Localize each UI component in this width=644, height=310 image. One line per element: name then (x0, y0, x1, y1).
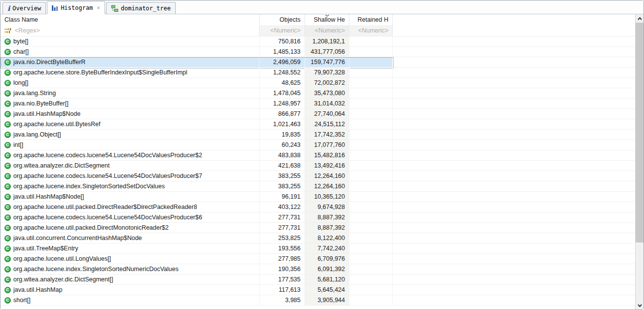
class-name-cell: java.util.HashMap (13, 286, 62, 293)
scrollbar-track[interactable] (636, 242, 644, 301)
scrollbar-thumb[interactable] (636, 23, 644, 242)
tab-overview[interactable]: i Overview (2, 2, 46, 14)
table-row[interactable]: C java.util.concurrent.ConcurrentHashMap… (0, 233, 635, 243)
shallow-heap-cell: 12,264,160 (314, 183, 345, 190)
class-name-cell: org.apache.lucene.codecs.lucene54.Lucene… (13, 172, 202, 179)
scrollbar-down-button[interactable] (636, 301, 644, 310)
table-row[interactable]: C byte[] 750,816 1,208,192,1 (0, 36, 635, 47)
class-name-cell: short[] (13, 297, 31, 304)
table-row[interactable]: C org.wltea.analyzer.dic.DictSegment 421… (0, 161, 635, 171)
class-name-cell: org.wltea.analyzer.dic.DictSegment[] (13, 276, 113, 283)
class-icon: C (4, 80, 11, 86)
objects-cell: 277,731 (278, 224, 301, 231)
class-name-cell: org.apache.lucene.util.BytesRef (13, 121, 101, 128)
shallow-heap-cell: 8,122,400 (317, 235, 345, 241)
table-row[interactable]: C org.apache.lucene.store.ByteBufferInde… (0, 68, 635, 78)
table-row[interactable]: C short[] 3,985 3,905,944 (0, 295, 635, 306)
shallow-heap-cell: 5,645,424 (317, 286, 345, 293)
objects-cell: 96,191 (282, 193, 301, 200)
tab-histogram[interactable]: Histogram ✕ (47, 1, 105, 14)
shallow-heap-cell: 13,492,416 (314, 162, 345, 169)
class-name-cell: org.apache.lucene.codecs.lucene54.Lucene… (13, 214, 202, 221)
table-row[interactable]: C org.apache.lucene.util.packed.DirectRe… (0, 202, 635, 212)
shallow-heap-cell: 1,208,192,1 (312, 38, 345, 45)
class-icon: C (4, 38, 11, 45)
header-filler (393, 14, 635, 25)
histogram-table: Class Name Objects Shallow He Retained H (0, 14, 635, 310)
table-row[interactable]: C java.util.HashMap$Node[] 96,191 10,365… (0, 192, 635, 202)
class-icon: C (4, 132, 11, 138)
tab-label: Overview (12, 5, 41, 12)
shallow-heap-cell: 6,709,976 (317, 255, 345, 262)
class-icon: C (4, 173, 11, 179)
class-name-cell: java.nio.DirectByteBufferR (13, 59, 85, 66)
filter-regex-input[interactable]: <Regex> (0, 25, 260, 36)
objects-cell: 1,485,133 (273, 48, 301, 55)
vertical-scrollbar[interactable] (635, 14, 644, 310)
table-row[interactable]: C char[] 1,485,133 431,777,056 (0, 47, 635, 57)
class-icon: C (4, 245, 11, 252)
class-name-cell: byte[] (13, 38, 29, 45)
class-icon: C (4, 69, 11, 76)
column-header-shallow-heap[interactable]: Shallow He (305, 14, 349, 25)
table-row[interactable]: C java.nio.ByteBuffer[] 1,248,957 31,014… (0, 99, 635, 109)
table-row[interactable]: C org.apache.lucene.util.packed.DirectMo… (0, 223, 635, 233)
shallow-heap-cell: 79,907,328 (314, 69, 345, 76)
class-name-cell: org.apache.lucene.index.SingletonSortedS… (13, 183, 165, 190)
class-icon: C (4, 204, 11, 210)
tab-bar: i Overview Histogram ✕ dom (0, 0, 644, 14)
histogram-window: i Overview Histogram ✕ dom (0, 0, 644, 310)
filter-objects-input[interactable]: <Numeric> (260, 25, 305, 36)
objects-cell: 403,122 (278, 204, 301, 210)
class-icon: C (4, 266, 11, 273)
close-icon[interactable]: ✕ (97, 4, 100, 11)
table-row[interactable]: C java.util.TreeMap$Entry 193,556 7,742,… (0, 243, 635, 254)
class-icon: C (4, 297, 11, 304)
table-row[interactable]: C java.nio.DirectByteBufferR 2,496,059 1… (0, 57, 635, 68)
shallow-heap-cell: 5,681,120 (317, 276, 345, 283)
table-row[interactable]: C org.wltea.analyzer.dic.DictSegment[] 1… (0, 275, 635, 285)
class-name-cell: char[] (13, 48, 29, 55)
sort-descending-icon (325, 14, 329, 17)
objects-cell: 383,255 (278, 183, 301, 190)
scrollbar-up-button[interactable] (636, 14, 644, 23)
objects-cell: 277,985 (278, 255, 301, 262)
column-header-class-name[interactable]: Class Name (0, 14, 260, 25)
table-row[interactable]: C org.apache.lucene.codecs.lucene54.Luce… (0, 212, 635, 223)
class-name-cell: org.apache.lucene.store.ByteBufferIndexI… (13, 69, 188, 76)
tab-dominator-tree[interactable]: dominator_tree (106, 2, 176, 14)
table-row[interactable]: C java.util.HashMap 117,613 5,645,424 (0, 285, 635, 295)
column-header-objects[interactable]: Objects (260, 14, 305, 25)
shallow-heap-cell: 7,742,240 (317, 245, 345, 252)
objects-cell: 1,021,463 (273, 121, 301, 128)
table-row[interactable]: C org.apache.lucene.codecs.lucene54.Luce… (0, 150, 635, 161)
class-name-cell: org.wltea.analyzer.dic.DictSegment (13, 162, 110, 169)
table-row[interactable]: C org.apache.lucene.util.BytesRef 1,021,… (0, 119, 635, 130)
table-row[interactable]: C java.lang.String 1,478,045 35,473,080 (0, 88, 635, 99)
filter-retained-heap-input[interactable]: <Numeric> (349, 25, 393, 36)
class-icon: C (4, 214, 11, 221)
class-name-cell: java.util.HashMap$Node (13, 110, 80, 117)
class-name-cell: org.apache.lucene.codecs.lucene54.Lucene… (13, 152, 202, 159)
column-header-retained-heap[interactable]: Retained H (349, 14, 393, 25)
table-row[interactable]: C java.lang.Object[] 19,835 17,742,352 (0, 130, 635, 140)
shallow-heap-cell: 12,264,160 (314, 172, 345, 179)
table-row[interactable]: C org.apache.lucene.index.SingletonSorte… (0, 264, 635, 275)
class-name-cell: java.util.concurrent.ConcurrentHashMap$N… (13, 235, 142, 241)
table-row[interactable]: C long[] 48,625 72,002,872 (0, 78, 635, 88)
table-row[interactable]: C org.apache.lucene.codecs.lucene54.Luce… (0, 171, 635, 181)
shallow-heap-cell: 72,002,872 (314, 79, 345, 86)
table-row[interactable]: C int[] 60,243 17,077,760 (0, 140, 635, 150)
shallow-heap-cell: 31,014,032 (314, 100, 345, 107)
table-row[interactable]: C java.util.HashMap$Node 866,877 27,740,… (0, 109, 635, 119)
shallow-heap-cell: 9,674,928 (317, 204, 345, 210)
class-icon: C (4, 142, 11, 148)
table-row[interactable]: C org.apache.lucene.util.LongValues[] 27… (0, 254, 635, 264)
class-icon: C (4, 90, 11, 97)
filter-shallow-heap-input[interactable]: <Numeric> (305, 25, 349, 36)
objects-cell: 60,243 (282, 141, 301, 148)
table-row[interactable]: C org.apache.lucene.index.SingletonSorte… (0, 181, 635, 192)
objects-cell: 866,877 (278, 110, 301, 117)
shallow-heap-cell: 8,887,392 (317, 224, 345, 231)
shallow-heap-cell: 8,887,392 (317, 214, 345, 221)
